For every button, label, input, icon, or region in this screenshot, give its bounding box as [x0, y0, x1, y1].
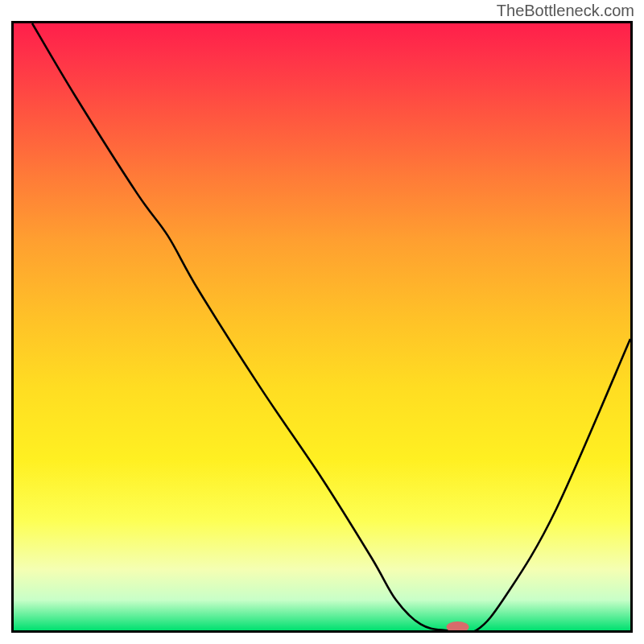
curve-svg — [14, 23, 630, 630]
optimal-marker — [447, 621, 469, 630]
bottleneck-curve — [32, 23, 630, 630]
plot-area — [11, 21, 633, 633]
chart-container: TheBottleneck.com — [0, 0, 644, 644]
watermark-text: TheBottleneck.com — [497, 2, 634, 20]
